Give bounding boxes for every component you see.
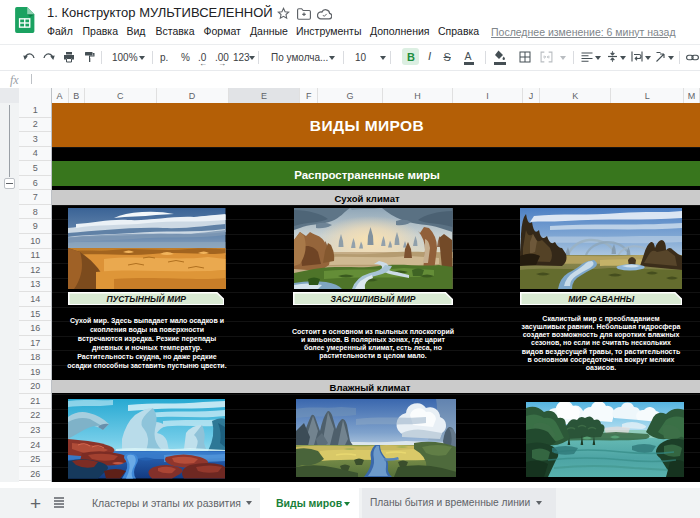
svg-text:ЗАСУШЛИВЫЙ МИР: ЗАСУШЛИВЫЙ МИР — [331, 293, 416, 304]
svg-text:МИР САВАННЫ: МИР САВАННЫ — [568, 294, 635, 304]
svg-text:ПУСТЫННЫЙ МИР: ПУСТЫННЫЙ МИР — [106, 293, 186, 304]
